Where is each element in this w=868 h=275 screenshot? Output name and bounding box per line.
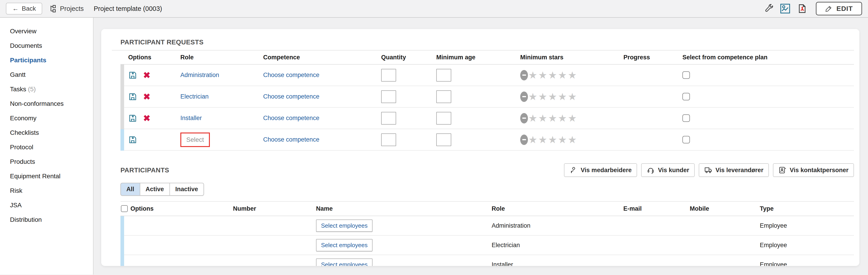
- choose-competence-link[interactable]: Choose competence: [263, 93, 319, 100]
- role-select-highlighted[interactable]: Select: [180, 133, 210, 147]
- progress-cell: [623, 65, 682, 86]
- sidebar-item-non-conformances[interactable]: Non-conformances: [0, 97, 93, 111]
- delete-icon[interactable]: ✖: [143, 93, 150, 101]
- email-cell: [592, 216, 673, 236]
- column-role: Role: [472, 205, 592, 212]
- column-name: Name: [297, 205, 472, 212]
- stars-icon: ★★★★★: [528, 92, 578, 102]
- column-mobile: Mobile: [673, 205, 726, 212]
- participant-requests-title: PARTICIPANT REQUESTS: [121, 38, 854, 46]
- participant-row: Select employees Administration Employee: [121, 216, 854, 236]
- show-employees-button[interactable]: Vis medarbeidere: [564, 163, 637, 177]
- minus-circle-icon: [520, 113, 528, 124]
- mobile-cell: [673, 255, 726, 266]
- quantity-input[interactable]: [381, 69, 396, 81]
- button-label: Vis kunder: [658, 167, 689, 174]
- column-options: Options: [130, 205, 154, 212]
- user-report-icon[interactable]: [780, 3, 790, 14]
- select-employees-button[interactable]: Select employees: [316, 239, 373, 251]
- column-role: Role: [180, 54, 263, 61]
- minimum-age-input[interactable]: [436, 112, 451, 125]
- top-bar: ← Back Projects Project template (0003): [0, 0, 868, 18]
- sidebar-item-tasks[interactable]: Tasks (5): [0, 82, 93, 97]
- role-link[interactable]: Electrician: [180, 93, 209, 100]
- choose-competence-link[interactable]: Choose competence: [263, 72, 319, 79]
- sidebar-item-risk[interactable]: Risk: [0, 183, 93, 198]
- participant-row: Select employees Electrician Employee: [121, 236, 854, 255]
- sidebar-item-documents[interactable]: Documents: [0, 38, 93, 53]
- competence-plan-checkbox[interactable]: [682, 93, 690, 100]
- progress-cell: [623, 108, 682, 129]
- mobile-cell: [673, 236, 726, 255]
- sidebar-item-economy[interactable]: Economy: [0, 111, 93, 126]
- role-cell: Installer: [472, 255, 592, 266]
- row-indicator-bar: [121, 86, 124, 108]
- role-cell: Electrician: [472, 236, 592, 255]
- number-cell: [192, 216, 297, 236]
- tab-active[interactable]: Active: [140, 183, 170, 196]
- select-employees-button[interactable]: Select employees: [316, 219, 373, 232]
- show-contact-persons-button[interactable]: Vis kontaktpersoner: [773, 163, 854, 177]
- sidebar-item-overview[interactable]: Overview: [0, 24, 93, 38]
- row-indicator-bar: [121, 108, 124, 129]
- minimum-age-input[interactable]: [436, 91, 451, 103]
- wrench-icon[interactable]: [763, 3, 774, 14]
- sidebar-item-participants[interactable]: Participants: [0, 53, 93, 68]
- participants-filter-tabs: All Active Inactive: [121, 183, 204, 196]
- progress-cell: [623, 129, 682, 151]
- save-icon[interactable]: [128, 114, 137, 123]
- back-button[interactable]: ← Back: [6, 3, 42, 14]
- select-all-checkbox[interactable]: [121, 205, 128, 212]
- pdf-icon[interactable]: [797, 3, 807, 14]
- delete-icon[interactable]: ✖: [143, 71, 150, 79]
- tasks-count: (5): [28, 85, 36, 93]
- sidebar-item-jsa[interactable]: JSA: [0, 198, 93, 212]
- pencil-icon: [825, 5, 832, 12]
- role-link[interactable]: Administration: [180, 72, 219, 79]
- participants-header: Options Number Name Role E-mail Mobile T…: [121, 201, 854, 216]
- star-rating[interactable]: ★★★★★: [520, 113, 578, 124]
- sidebar-item-protocol[interactable]: Protocol: [0, 140, 93, 154]
- quantity-input[interactable]: [381, 91, 396, 103]
- sidebar-item-gantt[interactable]: Gantt: [0, 68, 93, 82]
- star-rating[interactable]: ★★★★★: [520, 135, 578, 145]
- minimum-age-input[interactable]: [436, 69, 451, 81]
- row-options-cell: [124, 255, 192, 266]
- show-customers-button[interactable]: Vis kunder: [641, 163, 695, 177]
- column-email: E-mail: [592, 205, 673, 212]
- breadcrumb[interactable]: Projects: [49, 4, 84, 13]
- save-icon[interactable]: [128, 92, 137, 101]
- sidebar-item-checklists[interactable]: Checklists: [0, 126, 93, 140]
- competence-plan-checkbox[interactable]: [682, 136, 690, 143]
- choose-competence-link[interactable]: Choose competence: [263, 115, 319, 122]
- type-cell: Employee: [726, 216, 854, 236]
- participant-request-row: ✖ Electrician Choose competence ★★★★★: [121, 86, 854, 108]
- column-type: Type: [726, 205, 854, 212]
- tab-inactive[interactable]: Inactive: [169, 183, 204, 196]
- quantity-input[interactable]: [381, 133, 396, 146]
- row-indicator-bar: [121, 129, 124, 151]
- delete-icon[interactable]: ✖: [143, 114, 150, 123]
- sitemap-icon: [49, 4, 57, 13]
- minimum-age-input[interactable]: [436, 133, 451, 146]
- show-suppliers-button[interactable]: Vis leverandører: [699, 163, 769, 177]
- competence-plan-checkbox[interactable]: [682, 114, 690, 122]
- participant-row: Select employees Installer Employee: [121, 255, 854, 266]
- edit-button[interactable]: EDIT: [816, 2, 862, 15]
- star-rating[interactable]: ★★★★★: [520, 92, 578, 102]
- quantity-input[interactable]: [381, 112, 396, 125]
- participant-requests-header: Options Role Competence Quantity Minimum…: [121, 50, 854, 65]
- save-icon[interactable]: [128, 71, 137, 80]
- main-content: PARTICIPANT REQUESTS Options Role Compet…: [93, 18, 868, 275]
- sidebar-item-distribution[interactable]: Distribution: [0, 212, 93, 227]
- sidebar-item-equipment-rental[interactable]: Equipment Rental: [0, 169, 93, 183]
- role-link[interactable]: Installer: [180, 115, 202, 122]
- save-icon[interactable]: [128, 135, 137, 144]
- competence-plan-checkbox[interactable]: [682, 71, 690, 79]
- column-minimum-age: Minimum age: [436, 54, 520, 61]
- star-rating[interactable]: ★★★★★: [520, 70, 578, 80]
- tab-all[interactable]: All: [121, 183, 140, 196]
- sidebar-item-products[interactable]: Products: [0, 154, 93, 169]
- select-employees-button[interactable]: Select employees: [316, 259, 373, 266]
- choose-competence-link[interactable]: Choose competence: [263, 136, 319, 143]
